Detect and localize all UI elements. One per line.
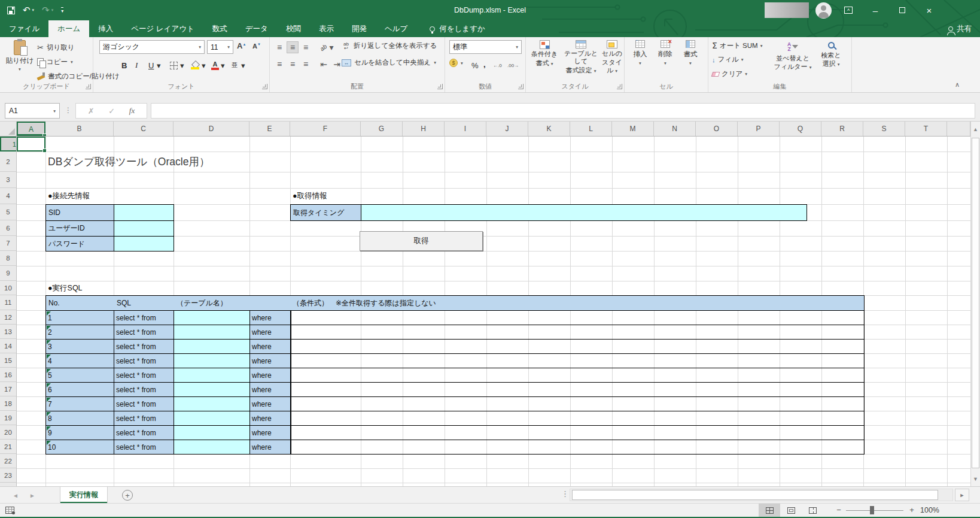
row-header-23[interactable]: 23 [0, 468, 16, 483]
column-header-C[interactable]: C [114, 122, 174, 136]
column-header-B[interactable]: B [45, 122, 114, 136]
delete-cells-button[interactable]: 削除▾ [653, 40, 677, 84]
sql-row-where-cell[interactable]: where [249, 353, 291, 368]
tab-home[interactable]: ホーム [48, 20, 89, 37]
sql-row-select-cell[interactable]: select * from [114, 339, 174, 354]
increase-decimal-button[interactable]: ←.0 [493, 59, 502, 72]
row-header-7[interactable]: 7 [0, 236, 16, 251]
horizontal-scroll-thumb[interactable] [572, 490, 938, 500]
sql-row-where-cell[interactable]: where [249, 325, 291, 340]
borders-button[interactable] [170, 59, 178, 72]
select-all-corner[interactable] [0, 122, 17, 137]
scroll-down-icon[interactable]: ▼ [971, 471, 980, 486]
sql-row-select-cell[interactable]: select * from [114, 411, 174, 426]
sql-row-no-cell[interactable]: 4 [45, 353, 115, 368]
row-header-20[interactable]: 20 [0, 425, 16, 440]
copy-button[interactable]: コピー▾ [37, 55, 73, 68]
row-header-13[interactable]: 13 [0, 325, 16, 339]
align-bottom-button[interactable]: ≡ [300, 41, 312, 53]
zoom-in-button[interactable]: + [906, 504, 918, 517]
timing-input-cell[interactable] [361, 204, 807, 221]
column-header-J[interactable]: J [486, 122, 528, 136]
tabbar-splitter[interactable]: ⋮ [561, 489, 569, 498]
grid-area[interactable]: DBダンプ取得ツール（Oracle用） ●接続先情報 ●取得情報 SID ユーザ… [17, 137, 970, 486]
maximize-button[interactable] [892, 0, 912, 20]
merge-center-button[interactable]: ↔セルを結合して中央揃え▾ [342, 58, 436, 67]
name-box[interactable]: A1▾ [5, 103, 60, 119]
paste-button[interactable]: 貼り付け ▾ [4, 40, 35, 84]
row-header-21[interactable]: 21 [0, 440, 16, 454]
insert-function-icon[interactable]: fx [129, 106, 135, 116]
sql-row-table-input-cell[interactable] [174, 368, 251, 383]
horizontal-scrollbar[interactable] [570, 489, 953, 501]
tab-page-layout[interactable]: ページ レイアウト [122, 20, 203, 37]
sql-row-condition-input-cell[interactable] [290, 382, 865, 397]
sql-row-select-cell[interactable]: select * from [114, 425, 174, 440]
user-avatar[interactable] [815, 2, 832, 19]
sql-row-no-cell[interactable]: 9 [45, 425, 115, 440]
sql-row-table-input-cell[interactable] [174, 325, 251, 340]
formula-input[interactable] [151, 103, 975, 119]
get-button[interactable]: 取得 [360, 231, 483, 251]
sql-row-select-cell[interactable]: select * from [114, 382, 174, 397]
sql-row-table-input-cell[interactable] [174, 382, 251, 397]
underline-button[interactable]: U [148, 59, 154, 72]
normal-view-button[interactable] [759, 504, 780, 517]
page-layout-view-button[interactable] [780, 504, 802, 517]
align-right-button[interactable]: ≡ [300, 58, 312, 70]
minimize-button[interactable]: – [865, 0, 885, 20]
sql-row-no-cell[interactable]: 6 [45, 382, 115, 397]
sql-row-select-cell[interactable]: select * from [114, 440, 174, 455]
sql-row-table-input-cell[interactable] [174, 339, 251, 354]
chevron-down-icon[interactable]: ▾ [180, 59, 184, 72]
customize-qat-button[interactable]: ▾ [61, 7, 63, 14]
wrap-text-button[interactable]: ab↩折り返して全体を表示する [342, 41, 437, 50]
row-header-22[interactable]: 22 [0, 454, 16, 468]
row-header-15[interactable]: 15 [0, 353, 16, 368]
redo-button[interactable]: ↷▾ [42, 6, 53, 14]
sql-row-condition-input-cell[interactable] [290, 411, 865, 426]
sql-row-no-cell[interactable]: 2 [45, 325, 115, 340]
row-header-19[interactable]: 19 [0, 411, 16, 425]
row-header-11[interactable]: 11 [0, 295, 16, 310]
undo-button[interactable]: ↶▾ [23, 6, 34, 14]
decrease-decimal-button[interactable]: .00→ [507, 59, 519, 72]
column-header-D[interactable]: D [174, 122, 249, 136]
sort-filter-button[interactable]: AZ 並べ替えと フィルター ▾ [773, 40, 812, 71]
sql-row-table-input-cell[interactable] [174, 411, 251, 426]
fill-color-button[interactable] [191, 59, 199, 72]
font-size-combobox[interactable]: 11▾ [207, 40, 233, 54]
ribbon-display-options-button[interactable]: ˄ [838, 0, 859, 20]
password-input-cell[interactable] [114, 236, 174, 252]
row-header-14[interactable]: 14 [0, 339, 16, 353]
align-left-button[interactable]: ≡ [273, 58, 285, 70]
fill-button[interactable]: ↓フィル▾ [712, 55, 744, 64]
sql-row-no-cell[interactable]: 10 [45, 440, 115, 455]
row-header-5[interactable]: 5 [0, 204, 16, 220]
enter-icon[interactable]: ✓ [108, 107, 115, 116]
save-button[interactable] [7, 7, 15, 14]
decrease-font-size-button[interactable]: A▼ [252, 43, 261, 50]
align-middle-button[interactable]: ≡ [287, 41, 299, 53]
sql-row-where-cell[interactable]: where [249, 425, 291, 440]
sql-row-no-cell[interactable]: 5 [45, 368, 115, 383]
conditional-formatting-button[interactable]: 条件付き 書式 ▾ [527, 40, 562, 84]
formula-bar-splitter[interactable]: ⋮ [65, 106, 72, 114]
zoom-slider-track[interactable] [846, 510, 903, 511]
sql-row-condition-input-cell[interactable] [290, 425, 865, 440]
find-select-button[interactable]: 検索と 選択 ▾ [815, 40, 847, 68]
alignment-dialog-launcher-icon[interactable] [437, 84, 443, 89]
autosum-button[interactable]: Σオート SUM▾ [712, 41, 762, 50]
sid-input-cell[interactable] [114, 204, 174, 221]
column-header-H[interactable]: H [403, 122, 445, 136]
sql-row-condition-input-cell[interactable] [290, 325, 865, 340]
ruby-button[interactable]: 亜 [232, 59, 238, 72]
sql-row-where-cell[interactable]: where [249, 310, 291, 325]
increase-font-size-button[interactable]: A▲ [237, 41, 246, 50]
sql-row-select-cell[interactable]: select * from [114, 396, 174, 411]
sql-row-where-cell[interactable]: where [249, 382, 291, 397]
row-header-9[interactable]: 9 [0, 266, 16, 281]
sql-row-no-cell[interactable]: 1 [45, 310, 115, 325]
column-header-G[interactable]: G [361, 122, 403, 136]
clear-button[interactable]: クリア▾ [712, 69, 747, 78]
